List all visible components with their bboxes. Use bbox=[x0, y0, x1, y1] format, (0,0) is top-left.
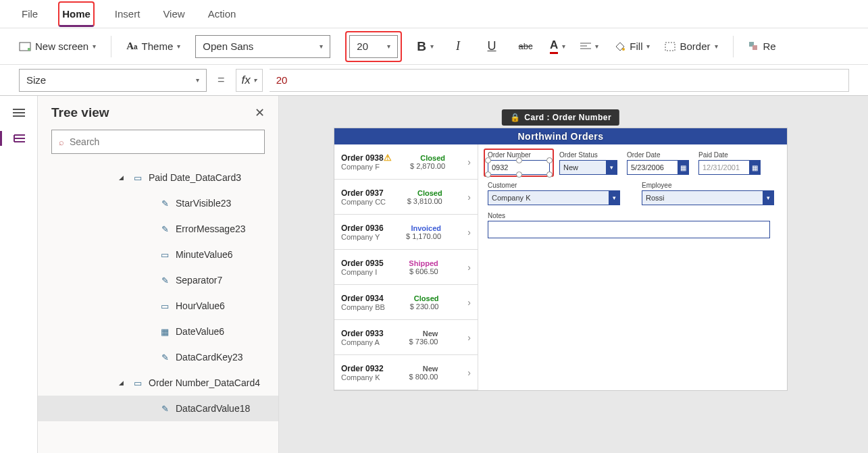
order-id: Order 0934 bbox=[341, 294, 385, 303]
node-label: MinuteValue6 bbox=[176, 249, 233, 260]
tab-view[interactable]: View bbox=[160, 3, 187, 25]
node-icon: ▭ bbox=[132, 377, 143, 388]
chevron-down-icon: ▾ bbox=[609, 190, 619, 205]
order-row[interactable]: Order 0937Company CCClosed$ 3,810.00› bbox=[334, 180, 478, 215]
font-select[interactable]: Open Sans ▾ bbox=[195, 35, 330, 58]
selection-badge: 🔒 Card : Order Number bbox=[502, 109, 619, 126]
tree-node[interactable]: ✎ErrorMessage23 bbox=[38, 216, 278, 242]
search-box[interactable]: ⌕ bbox=[51, 130, 265, 154]
warning-icon: ⚠ bbox=[384, 153, 392, 163]
tree-title: Tree view bbox=[51, 105, 109, 120]
chevron-right-icon: › bbox=[463, 262, 471, 273]
italic-button[interactable]: I bbox=[449, 37, 467, 56]
chevron-down-icon: ▾ bbox=[646, 43, 650, 50]
order-status-select[interactable]: New▾ bbox=[559, 160, 617, 175]
tree-node[interactable]: ✎StarVisible23 bbox=[38, 190, 278, 216]
order-id: Order 0936 bbox=[341, 223, 384, 233]
notes-input[interactable] bbox=[488, 221, 770, 238]
order-id: Order 0935 bbox=[341, 259, 384, 268]
order-id: Order 0933 bbox=[341, 329, 384, 338]
order-amount: $ 1,170.00 bbox=[406, 232, 441, 240]
order-date-input[interactable]: 5/23/2006▦ bbox=[627, 160, 689, 175]
tree-node[interactable]: ✎Separator7 bbox=[38, 267, 278, 293]
node-label: Order Number_DataCard4 bbox=[149, 377, 260, 388]
tree-node[interactable]: ▦DateValue6 bbox=[38, 319, 278, 344]
tab-home[interactable]: Home bbox=[58, 1, 95, 27]
node-label: DataCardValue18 bbox=[176, 403, 250, 414]
order-amount: $ 230.00 bbox=[410, 302, 439, 311]
bold-button[interactable]: B▾ bbox=[417, 39, 434, 54]
hamburger-icon[interactable] bbox=[11, 105, 26, 120]
separator bbox=[733, 36, 734, 57]
chevron-down-icon: ▾ bbox=[430, 43, 434, 50]
strikethrough-button[interactable]: abc bbox=[516, 37, 535, 56]
align-icon bbox=[580, 42, 591, 51]
order-amount: $ 2,870.00 bbox=[410, 162, 445, 170]
order-row[interactable]: Order 0933Company ANew$ 736.00› bbox=[334, 320, 478, 355]
chevron-down-icon: ▾ bbox=[715, 43, 718, 50]
chevron-down-icon: ▾ bbox=[196, 76, 199, 84]
node-icon: ▭ bbox=[159, 249, 170, 260]
order-row[interactable]: Order 0932Company KNew$ 800.00› bbox=[334, 355, 478, 390]
close-icon[interactable]: ✕ bbox=[255, 105, 265, 120]
order-amount: $ 800.00 bbox=[409, 373, 438, 381]
tree-node[interactable]: ◢▭Order Number_DataCard4 bbox=[38, 370, 278, 396]
order-amount: $ 606.50 bbox=[409, 267, 438, 275]
order-status: Invoiced bbox=[406, 224, 441, 232]
order-number-input[interactable]: 0932 bbox=[488, 160, 550, 175]
tree-node[interactable]: ✎DataCardValue18 bbox=[38, 396, 278, 421]
reorder-button[interactable]: Re bbox=[748, 41, 776, 52]
tree-node[interactable]: ◢▭Paid Date_DataCard3 bbox=[38, 165, 278, 190]
node-label: Separator7 bbox=[176, 275, 222, 286]
tree-node[interactable]: ▭HourValue6 bbox=[38, 293, 278, 319]
svg-point-5 bbox=[622, 48, 625, 51]
formula-input[interactable] bbox=[270, 69, 849, 92]
theme-button[interactable]: Aa Theme ▾ bbox=[126, 41, 180, 52]
border-button[interactable]: Border ▾ bbox=[665, 41, 717, 52]
order-row[interactable]: Order 0935Company IShipped$ 606.50› bbox=[334, 250, 478, 285]
tab-file[interactable]: File bbox=[19, 3, 41, 25]
calendar-icon: ▦ bbox=[678, 160, 688, 175]
order-status: Closed bbox=[410, 154, 445, 162]
node-label: DataCardKey23 bbox=[176, 352, 243, 363]
search-input[interactable] bbox=[70, 136, 257, 147]
highlight-size: 20 ▾ bbox=[345, 31, 402, 62]
svg-rect-6 bbox=[665, 43, 675, 51]
order-amount: $ 736.00 bbox=[409, 338, 438, 346]
chevron-down-icon: ▾ bbox=[320, 43, 323, 50]
tree-node[interactable]: ▭MinuteValue6 bbox=[38, 242, 278, 267]
node-icon: ▦ bbox=[159, 326, 170, 337]
app-preview: 🔒 Card : Order Number Northwind Orders O… bbox=[334, 128, 787, 390]
order-row[interactable]: Order 0936Company YInvoiced$ 1,170.00› bbox=[334, 215, 478, 250]
employee-select[interactable]: Rossi▾ bbox=[642, 190, 774, 205]
fx-button[interactable]: fx ▾ bbox=[236, 69, 263, 92]
order-status: Closed bbox=[407, 189, 442, 197]
order-row[interactable]: Order 0934Company BBClosed$ 230.00› bbox=[334, 285, 478, 320]
treeview-icon[interactable] bbox=[0, 131, 38, 146]
align-button[interactable]: ▾ bbox=[580, 42, 598, 51]
property-select[interactable]: Size ▾ bbox=[19, 69, 207, 92]
order-date-value: 5/23/2006 bbox=[631, 163, 664, 171]
underline-button[interactable]: U bbox=[482, 37, 501, 56]
canvas: 🔒 Card : Order Number Northwind Orders O… bbox=[279, 96, 868, 453]
new-screen-button[interactable]: New screen ▾ bbox=[19, 41, 96, 52]
tab-action[interactable]: Action bbox=[205, 3, 239, 25]
chevron-right-icon: › bbox=[463, 157, 471, 167]
tree-list: ◢▭Paid Date_DataCard3✎StarVisible23✎Erro… bbox=[38, 162, 278, 453]
left-rail bbox=[0, 96, 38, 453]
node-icon: ✎ bbox=[159, 352, 170, 363]
search-icon: ⌕ bbox=[59, 137, 64, 147]
customer-select[interactable]: Company K▾ bbox=[488, 190, 620, 205]
fontsize-select[interactable]: 20 ▾ bbox=[349, 35, 398, 58]
fontcolor-button[interactable]: A▾ bbox=[550, 38, 565, 54]
reorder-icon bbox=[748, 41, 759, 52]
font-value: Open Sans bbox=[203, 41, 253, 52]
paid-date-input[interactable]: 12/31/2001▦ bbox=[698, 160, 761, 175]
node-label: Paid Date_DataCard3 bbox=[149, 172, 241, 183]
tree-node[interactable]: ✎DataCardKey23 bbox=[38, 344, 278, 370]
fill-button[interactable]: Fill ▾ bbox=[613, 41, 650, 52]
selection-handles bbox=[488, 161, 549, 174]
order-form: Order Number 0932 Order Status bbox=[478, 144, 787, 390]
order-row[interactable]: Order 0938⚠Company FClosed$ 2,870.00› bbox=[334, 144, 478, 180]
tab-insert[interactable]: Insert bbox=[112, 3, 143, 25]
